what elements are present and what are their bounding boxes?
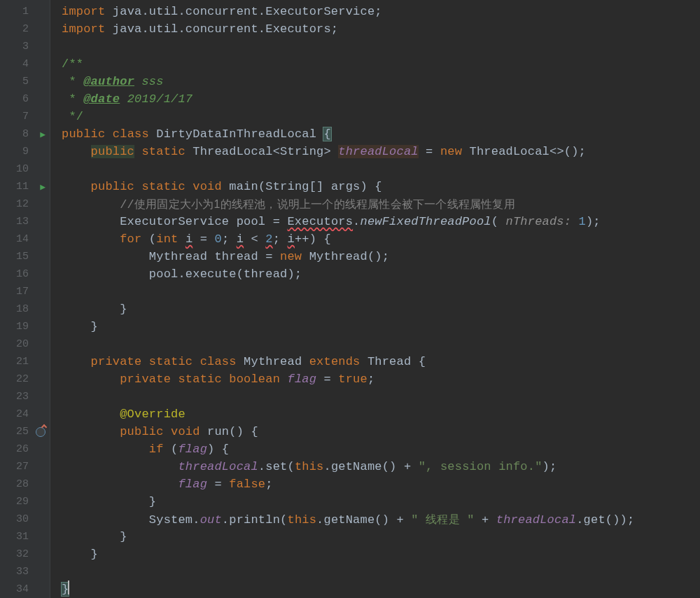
line-number[interactable]: 27	[0, 458, 50, 475]
code-line[interactable]: System.out.println(this.getName() + " 线程…	[62, 510, 700, 528]
line-number[interactable]: 10	[0, 160, 50, 178]
code-line[interactable]: }	[62, 528, 700, 545]
code-line[interactable]: public static void main(String[] args) {	[62, 178, 700, 195]
code-line[interactable]: private static class Mythread extends Th…	[62, 353, 700, 370]
code-line[interactable]: public static ThreadLocal<String> thread…	[62, 143, 700, 160]
line-number[interactable]: 15	[0, 248, 50, 265]
line-number[interactable]: 2	[0, 20, 50, 38]
line-number[interactable]: 5	[0, 73, 50, 90]
line-number[interactable]: 23	[0, 388, 50, 405]
line-number[interactable]: 26	[0, 440, 50, 458]
code-line[interactable]: }	[62, 493, 700, 510]
code-line[interactable]: flag = false;	[62, 475, 700, 493]
line-number[interactable]: 16	[0, 265, 50, 283]
line-number[interactable]: 22	[0, 370, 50, 388]
code-line[interactable]: threadLocal.set(this.getName() + ", sess…	[62, 458, 700, 475]
code-line[interactable]: public void run() {	[62, 423, 700, 440]
run-class-icon[interactable]: ▶	[40, 129, 46, 140]
code-line[interactable]	[62, 38, 700, 55]
override-icon[interactable]	[36, 427, 46, 437]
run-main-icon[interactable]: ▶	[40, 181, 46, 193]
code-line[interactable]	[62, 160, 700, 178]
code-line[interactable]: */	[62, 108, 700, 125]
code-line[interactable]: for (int i = 0; i < 2; i++) {	[62, 230, 700, 248]
line-number[interactable]: 12	[0, 195, 50, 213]
code-line[interactable]	[62, 388, 700, 405]
code-line[interactable]: import java.util.concurrent.ExecutorServ…	[62, 3, 700, 20]
line-number[interactable]: 18	[0, 300, 50, 318]
code-line[interactable]	[62, 335, 700, 353]
line-number[interactable]: 24	[0, 405, 50, 423]
code-line[interactable]: import java.util.concurrent.Executors;	[62, 20, 700, 38]
code-line[interactable]: Mythread thread = new Mythread();	[62, 248, 700, 265]
line-number[interactable]: 13	[0, 213, 50, 230]
line-number[interactable]: 32	[0, 545, 50, 563]
line-number[interactable]: 1	[0, 3, 50, 20]
line-number[interactable]: 17	[0, 283, 50, 300]
code-line[interactable]: ExecutorService pool = Executors.newFixe…	[62, 213, 700, 230]
code-line[interactable]: }	[62, 300, 700, 318]
line-number[interactable]: 8▶	[0, 125, 50, 143]
line-number[interactable]: 3	[0, 38, 50, 55]
line-number[interactable]: 19	[0, 318, 50, 335]
line-number[interactable]: 30	[0, 510, 50, 528]
line-number[interactable]: 6	[0, 90, 50, 108]
code-line[interactable]: if (flag) {	[62, 440, 700, 458]
code-line[interactable]: /**	[62, 55, 700, 73]
line-number[interactable]: 7	[0, 108, 50, 125]
code-line[interactable]: //使用固定大小为1的线程池，说明上一个的线程属性会被下一个线程属性复用	[62, 195, 700, 213]
line-number[interactable]: 4	[0, 55, 50, 73]
code-line[interactable]	[62, 563, 700, 580]
code-line[interactable]: * @date 2019/1/17	[62, 90, 700, 108]
line-number[interactable]: 9	[0, 143, 50, 160]
line-number[interactable]: 21	[0, 353, 50, 370]
line-number[interactable]: 29	[0, 493, 50, 510]
line-number[interactable]: 33	[0, 563, 50, 580]
line-number[interactable]: 11▶	[0, 178, 50, 195]
caret	[68, 580, 69, 594]
line-number[interactable]: 34	[0, 580, 50, 598]
line-number[interactable]: 31	[0, 528, 50, 545]
code-line[interactable]: private static boolean flag = true;	[62, 370, 700, 388]
code-line[interactable]: * @author sss	[62, 73, 700, 90]
code-line[interactable]	[62, 283, 700, 300]
code-line[interactable]: }	[62, 318, 700, 335]
code-line[interactable]: @Override	[62, 405, 700, 423]
line-number[interactable]: 14	[0, 230, 50, 248]
editor-area[interactable]: import java.util.concurrent.ExecutorServ…	[50, 0, 700, 598]
code-line[interactable]: public class DirtyDataInThreadLocal {	[62, 125, 700, 143]
code-line[interactable]: }	[62, 545, 700, 563]
code-line[interactable]: }	[62, 580, 700, 598]
line-number[interactable]: 28	[0, 475, 50, 493]
gutter: 1 2 3 4 5 6 7 8▶ 9 10 11▶ 12 13 14 15 16…	[0, 0, 50, 598]
line-number[interactable]: 20	[0, 335, 50, 353]
line-number[interactable]: 25	[0, 423, 50, 440]
code-line[interactable]: pool.execute(thread);	[62, 265, 700, 283]
